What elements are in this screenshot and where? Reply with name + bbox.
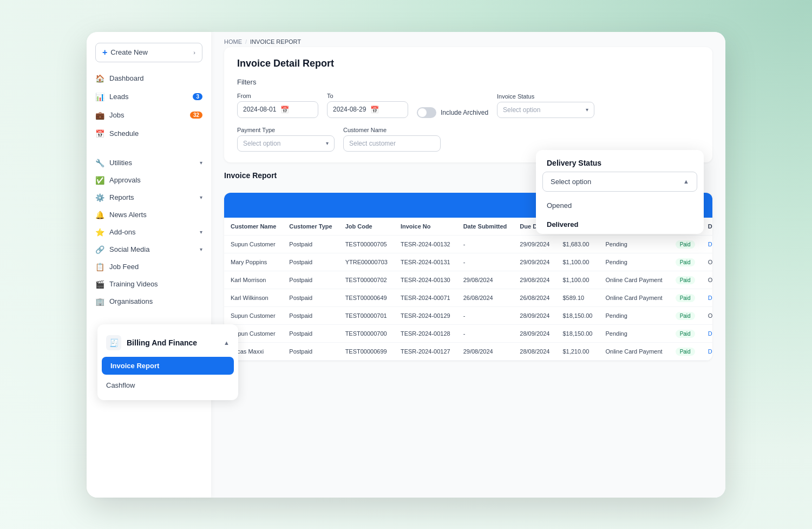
table-row: Supun Customer Postpaid TEST00000701 TES… [224,306,712,324]
include-archived-label: Include Archived [441,109,488,116]
jobfeed-icon: 📋 [95,263,104,271]
from-label: From [237,93,318,99]
sidebar-item-training[interactable]: 🎬 Training Videos [87,276,211,293]
cell-payment-method: Pending [599,253,669,271]
sidebar-item-label: Jobs [109,111,124,119]
schedule-icon: 📅 [95,129,104,138]
col-customer-type: Customer Type [283,218,338,236]
customer-name-value: Select customer [349,140,396,147]
sidebar-item-label: Schedule [109,129,139,138]
delivery-status-select[interactable]: Select option ▲ [542,172,697,192]
sidebar-item-reports[interactable]: ⚙️ Reports ▾ [87,189,211,206]
sidebar-item-label: Dashboard [109,74,144,82]
delivery-option-delivered[interactable]: Delivered [536,215,704,234]
sidebar-item-schedule[interactable]: 📅 Schedule [87,125,211,142]
report-title: Invoice Detail Report [237,58,699,69]
news-icon: 🔔 [95,211,104,219]
training-icon: 🎬 [95,280,104,289]
cell-due-date: 28/08/2024 [513,342,556,360]
cell-due-date: 29/09/2024 [513,253,556,271]
cell-customer-name: Supun Customer [224,306,283,324]
from-date-group: From 2024-08-01 📅 [237,93,318,118]
cell-amount: $589.10 [556,289,599,306]
sidebar-item-leads[interactable]: 📊 Leads 3 [87,88,211,106]
cell-payment-method: Online Card Payment [599,289,669,306]
main-content: HOME / INVOICE REPORT Invoice Detail Rep… [211,32,725,498]
jobs-badge: 32 [190,112,202,119]
sidebar-item-label: Reports [109,193,134,201]
from-date-input[interactable]: 2024-08-01 📅 [237,101,318,118]
billing-header[interactable]: 🧾 Billing And Finance ▲ [97,331,238,355]
to-date-group: To 2024-08-29 📅 [327,93,408,118]
invoice-report-item[interactable]: Invoice Report [102,357,234,375]
cell-status: Paid [669,271,702,289]
cell-date-submitted: 26/08/2024 [457,289,514,306]
chevron-down-icon: ▾ [200,229,202,235]
customer-name-label: Customer Name [343,127,441,133]
table-row: Supun Customer Postpaid TEST00000705 TES… [224,235,712,253]
breadcrumb-home[interactable]: HOME [224,38,242,45]
cashflow-item[interactable]: Cashflow [97,377,238,394]
cell-job-code: TEST00000699 [339,342,394,360]
delivery-status-value: Select option [551,178,591,186]
invoice-status-group: Invoice Status Select option ▾ [497,93,594,118]
delivery-option-opened[interactable]: Opened [536,196,704,215]
billing-title: Billing And Finance [127,338,197,347]
cell-due-date: 28/09/2024 [513,324,556,342]
billing-icon: 🧾 [106,335,121,350]
social-icon: 🔗 [95,245,104,254]
cell-payment-method: Online Card Payment [599,342,669,360]
col-customer-name: Customer Name [224,218,283,236]
invoice-status-select[interactable]: Select option ▾ [497,102,594,118]
breadcrumb-current: INVOICE REPORT [250,38,301,45]
sidebar-item-approvals[interactable]: ✅ Approvals [87,172,211,189]
chevron-down-icon: ▾ [200,246,202,252]
include-archived-toggle[interactable] [417,107,436,118]
org-icon: 🏢 [95,297,104,306]
sidebar-item-label: Add-ons [109,228,135,236]
to-date-input[interactable]: 2024-08-29 📅 [327,101,408,118]
cell-customer-type: Postpaid [283,324,338,342]
cell-invoice-no: TESR-2024-00132 [394,235,457,253]
include-archived-group: Include Archived [417,107,488,118]
cell-delivery-status: Delivered [702,324,712,342]
sidebar-item-addons[interactable]: ⭐ Add-ons ▾ [87,224,211,241]
cell-customer-type: Postpaid [283,271,338,289]
calendar-icon: 📅 [370,106,379,114]
table-row: Karl Morrison Postpaid TEST00000702 TESR… [224,271,712,289]
leads-icon: 📊 [95,93,104,101]
cell-due-date: 28/09/2024 [513,306,556,324]
customer-name-input[interactable]: Select customer [343,135,441,152]
customer-name-group: Customer Name Select customer [343,127,441,152]
sidebar-item-job-feed[interactable]: 📋 Job Feed [87,258,211,276]
cell-date-submitted: 29/08/2024 [457,342,514,360]
cell-delivery-status: Delivered [702,342,712,360]
cell-job-code: TEST00000649 [339,289,394,306]
report-card: Invoice Detail Report Filters From 2024-… [224,47,712,162]
cell-date-submitted: - [457,306,514,324]
cell-due-date: 26/08/2024 [513,289,556,306]
delivery-status-title: Delivery Status [536,150,704,172]
sidebar-item-label: Training Videos [109,280,158,288]
cell-payment-method: Pending [599,235,669,253]
filters-row: From 2024-08-01 📅 To 2024-08-29 📅 [237,93,699,152]
create-new-button[interactable]: + Create New › [95,43,202,62]
cell-invoice-no: TESR-2024-00128 [394,324,457,342]
cell-amount: $1,210.00 [556,342,599,360]
sidebar-item-organisations[interactable]: 🏢 Organisations [87,293,211,310]
plus-icon: + [102,48,107,57]
sidebar-item-jobs[interactable]: 💼 Jobs 32 [87,107,211,124]
jobs-icon: 💼 [95,111,104,120]
cell-status: Paid [669,289,702,306]
cell-status: Paid [669,253,702,271]
reports-icon: ⚙️ [95,193,104,202]
payment-type-select[interactable]: Select option ▾ [237,135,335,152]
sidebar-item-social-media[interactable]: 🔗 Social Media ▾ [87,241,211,258]
sidebar-item-news-alerts[interactable]: 🔔 News Alerts [87,206,211,224]
cell-job-code: TEST00000701 [339,306,394,324]
sidebar-item-utilities[interactable]: 🔧 Utilities ▾ [87,154,211,172]
col-invoice-no: Invoice No [394,218,457,236]
sidebar-item-dashboard[interactable]: 🏠 Dashboard [87,70,211,87]
cell-due-date: 29/08/2024 [513,271,556,289]
cell-invoice-no: TESR-2024-00131 [394,253,457,271]
